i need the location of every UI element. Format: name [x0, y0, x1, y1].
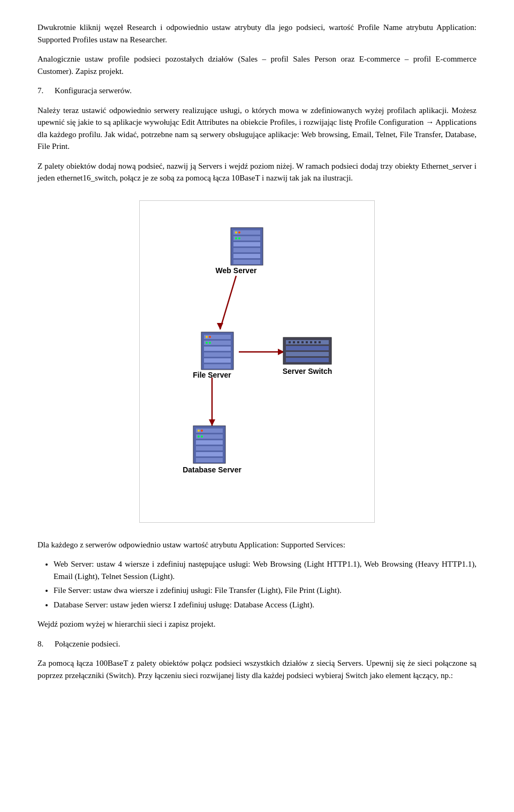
- svg-rect-12: [204, 335, 231, 339]
- svg-rect-32: [310, 341, 312, 343]
- svg-rect-28: [293, 341, 295, 343]
- arrowhead-3: [209, 419, 215, 426]
- network-diagram: Web Server: [139, 200, 375, 523]
- svg-rect-16: [204, 358, 231, 363]
- svg-rect-3: [233, 242, 260, 246]
- svg-rect-26: [286, 358, 329, 362]
- svg-rect-38: [196, 440, 223, 445]
- database-server-group: [193, 426, 225, 463]
- svg-rect-6: [233, 260, 260, 264]
- svg-rect-1: [233, 230, 260, 235]
- page-content: Dwukrotnie kliknij węzeł Research i odpo…: [37, 21, 477, 681]
- section-8-number: 8.: [37, 638, 50, 650]
- paragraph-7: Za pomocą łącza 100BaseT z palety obiekt…: [37, 657, 477, 681]
- svg-rect-4: [233, 248, 260, 252]
- svg-rect-5: [233, 254, 260, 258]
- svg-rect-39: [196, 446, 223, 450]
- svg-point-9: [235, 237, 237, 239]
- paragraph-4: Z palety obiektów dodaj nową podsieć, na…: [37, 160, 477, 184]
- paragraph-1: Dwukrotnie kliknij węzeł Research i odpo…: [37, 21, 477, 46]
- paragraph-3: Należy teraz ustawić odpowiednio serwery…: [37, 104, 477, 153]
- svg-point-19: [209, 336, 211, 338]
- svg-rect-41: [196, 458, 223, 462]
- svg-point-10: [238, 237, 240, 239]
- arrowhead-1: [217, 323, 223, 329]
- services-list: Web Server: ustaw 4 wiersze i zdefiniuj …: [37, 558, 477, 611]
- svg-point-21: [209, 342, 211, 344]
- svg-point-43: [201, 430, 203, 432]
- bullet-file-server: File Server: ustaw dwa wiersze i zdefini…: [54, 584, 477, 597]
- svg-rect-15: [204, 352, 231, 357]
- paragraph-2: Analogicznie ustaw profile podsieci pozo…: [37, 53, 477, 77]
- svg-rect-33: [314, 341, 316, 343]
- svg-rect-14: [204, 347, 231, 351]
- svg-point-45: [201, 435, 203, 438]
- svg-point-44: [198, 435, 200, 438]
- svg-rect-2: [233, 236, 260, 240]
- svg-rect-13: [204, 341, 231, 345]
- svg-point-20: [206, 342, 208, 344]
- web-server-label: Web Server: [216, 266, 257, 275]
- svg-rect-17: [204, 364, 231, 369]
- bullet-database-server: Database Server: ustaw jeden wiersz I zd…: [54, 599, 477, 611]
- svg-point-42: [198, 430, 200, 432]
- svg-point-7: [235, 231, 237, 234]
- server-switch-group: [283, 337, 331, 364]
- svg-rect-27: [289, 341, 291, 343]
- bullet-web-server: Web Server: ustaw 4 wiersze i zdefiniuj …: [54, 558, 477, 582]
- diagram-container: Web Server: [37, 200, 477, 523]
- svg-rect-30: [301, 341, 304, 343]
- svg-rect-36: [196, 428, 223, 433]
- section-7-heading: 7. Konfiguracja serwerów.: [37, 85, 477, 97]
- svg-rect-29: [297, 341, 299, 343]
- arrow-web-to-file: [220, 276, 236, 329]
- svg-point-18: [206, 336, 208, 338]
- diagram-svg: Web Server: [161, 217, 365, 506]
- svg-point-8: [238, 231, 240, 234]
- section-8-title: Połączenie podsieci.: [55, 638, 120, 650]
- svg-rect-34: [319, 341, 321, 343]
- svg-rect-40: [196, 452, 223, 456]
- database-server-label: Database Server: [183, 465, 241, 474]
- server-switch-label: Server Switch: [283, 367, 332, 375]
- paragraph-6: Wejdź poziom wyżej w hierarchii sieci i …: [37, 618, 477, 630]
- section-7-title: Konfiguracja serwerów.: [55, 85, 132, 97]
- section-7-number: 7.: [37, 85, 50, 97]
- file-server-group: [201, 332, 233, 370]
- svg-rect-31: [306, 341, 308, 343]
- section-8-heading: 8. Połączenie podsieci.: [37, 638, 477, 650]
- svg-rect-37: [196, 434, 223, 439]
- svg-rect-24: [286, 346, 329, 350]
- svg-rect-25: [286, 352, 329, 356]
- paragraph-5: Dla każdego z serwerów odpowiednio ustaw…: [37, 539, 477, 551]
- web-server-group: [231, 228, 263, 265]
